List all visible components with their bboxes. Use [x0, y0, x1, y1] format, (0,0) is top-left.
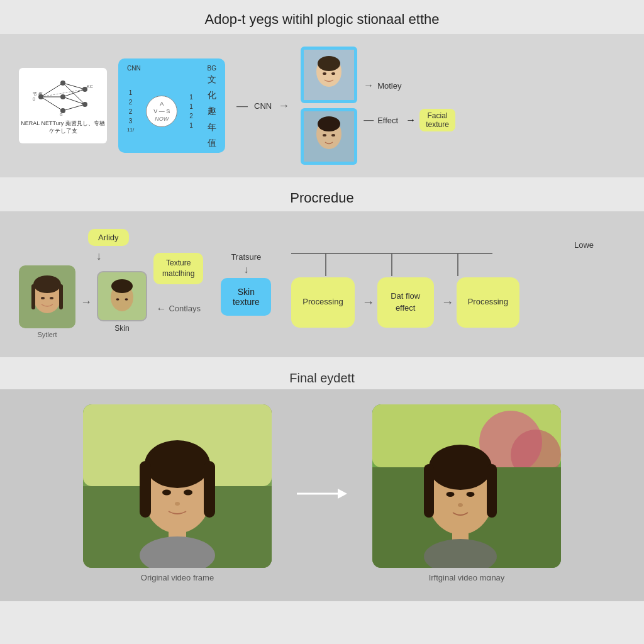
svg-text:KC: KC — [87, 84, 93, 89]
motion-label: Motley — [377, 81, 401, 91]
svg-line-5 — [63, 104, 85, 111]
skin-label: Skin — [114, 324, 129, 333]
result-image-col: Irftginal video mɑnay — [372, 404, 561, 582]
left-lower: Sytlert → — [19, 265, 147, 338]
svg-rect-73 — [447, 543, 474, 557]
contlays-arrow-left: ← — [156, 303, 166, 314]
skin-text2: texture — [233, 297, 260, 307]
final-arrow-svg — [297, 481, 347, 506]
face-box-1 — [301, 47, 357, 103]
connector-svg — [291, 252, 492, 277]
svg-line-2 — [41, 97, 63, 111]
svg-rect-51 — [204, 461, 215, 518]
svg-rect-50 — [140, 461, 151, 518]
svg-line-0 — [41, 83, 63, 97]
sytlert-label: Sytlert — [37, 331, 57, 338]
section1-title: Adop-t yegs witihl plogic stionaal etthe — [0, 0, 644, 34]
cnn-blue-box: CNN BG 122311/ A V — S NOW — [118, 58, 225, 153]
svg-point-70 — [458, 503, 463, 507]
face-labels-col: → Motley — Effect → Facial texture — [364, 80, 455, 131]
cnn-arrow-label: CNN — [254, 101, 272, 111]
tratsure-down-arrow: ↓ — [243, 264, 248, 275]
effect-label: Effect — [377, 116, 398, 125]
effect-label-row: — Effect → Facial texture — [364, 109, 455, 131]
section3-title: Final eydett — [0, 362, 644, 389]
neural-net-box: 节 模 0 KC G NERAL NETTury 薬習見し、专栖ケテし了支 — [19, 68, 107, 143]
cnn-arrow-section: — CNN → — [236, 99, 289, 113]
svg-point-23 — [331, 72, 335, 75]
faces-col — [301, 47, 357, 165]
skin-result-box: Skin — [97, 271, 147, 333]
right-side: → Motley — Effect → Facial texture — [301, 47, 455, 165]
arlidy-down-arrow: ↓ — [96, 250, 102, 263]
texture-matching-badge: Texture matclhing — [153, 253, 203, 284]
svg-point-69 — [467, 492, 475, 497]
main-container: Adop-t yegs witihl plogic stionaal etthe — [0, 0, 644, 601]
face-svg-1 — [304, 50, 354, 100]
to-skin-arrow: → — [80, 296, 92, 309]
result-label: Irftginal video mɑnay — [429, 573, 505, 582]
svg-point-39 — [116, 298, 119, 301]
face-portrait — [19, 265, 75, 328]
lowe-label: Lowe — [574, 240, 594, 250]
neural-net-label: NERAL NETTury 薬習見し、专栖ケテし了支 — [19, 120, 107, 135]
svg-line-7 — [63, 97, 85, 104]
portrait-svg — [19, 265, 75, 328]
original-image-box — [83, 404, 272, 568]
svg-point-52 — [162, 490, 171, 496]
svg-rect-67 — [487, 464, 497, 518]
original-image-svg — [83, 404, 272, 568]
section1-diagram-row: 节 模 0 KC G NERAL NETTury 薬習見し、专栖ケテし了支 CN… — [19, 47, 625, 165]
svg-point-49 — [145, 440, 210, 488]
svg-text:G: G — [60, 113, 63, 116]
right-processing-section: Lowe Processing → Dat flow ef — [291, 240, 625, 328]
svg-point-26 — [318, 116, 340, 131]
result-image-svg — [372, 404, 561, 568]
cnn-arrow-line2: → — [278, 99, 289, 113]
chinese-text: 文化趣年值 — [208, 72, 216, 151]
right-nums: 1121 — [189, 94, 193, 129]
effect-arrow: — — [364, 114, 374, 126]
motion-label-row: → Motley — [364, 80, 401, 91]
texture-matching-section: Texture matclhing ← Contlays — [153, 253, 203, 314]
svg-rect-32 — [31, 284, 35, 309]
svg-point-68 — [447, 492, 455, 497]
svg-point-11 — [60, 94, 65, 99]
divider1 — [0, 177, 644, 182]
left-nums: 122311/ — [127, 89, 134, 133]
svg-point-65 — [429, 445, 492, 490]
face-box-2 — [301, 108, 357, 165]
cnn-bg-label: BG — [208, 65, 216, 72]
facial-texture-badge: Facial texture — [419, 109, 455, 131]
tratsure-label: Tratsure — [231, 252, 261, 262]
avs-box: A V — S NOW — [146, 96, 177, 127]
arlidy-badge: Arlidy — [88, 229, 129, 246]
original-image-col: Original video frame — [83, 404, 272, 582]
section2-title: Procredue — [0, 182, 644, 211]
svg-point-27 — [323, 134, 326, 136]
section1-panel: 节 模 0 KC G NERAL NETTury 薬習見し、专栖ケテし了支 CN… — [0, 34, 644, 177]
svg-rect-66 — [424, 464, 434, 518]
cnn-arrow-line: — — [236, 99, 248, 113]
svg-text:节 模: 节 模 — [33, 92, 43, 96]
svg-text:0: 0 — [33, 97, 35, 101]
svg-line-4 — [63, 89, 85, 97]
svg-point-22 — [323, 72, 326, 75]
final-panel: Original video frame — [0, 389, 644, 601]
skin-face-box — [97, 271, 147, 321]
middle-section: Tratsure ↓ Skin texture — [221, 252, 271, 316]
procedure-diagram: Arlidy ↓ — [19, 229, 625, 338]
svg-point-31 — [33, 275, 61, 293]
face-svg-2 — [304, 111, 354, 162]
svg-point-40 — [125, 298, 128, 301]
effect-arrow2: → — [406, 114, 416, 126]
svg-rect-33 — [59, 284, 63, 309]
proc-arrow-1: → — [362, 295, 375, 309]
lowe-row: Lowe — [291, 240, 625, 250]
svg-point-34 — [41, 297, 45, 299]
result-image-box — [372, 404, 561, 568]
svg-point-38 — [111, 279, 133, 293]
svg-point-21 — [318, 56, 340, 71]
neural-net-svg: 节 模 0 KC G — [31, 77, 94, 118]
section2-panel: Arlidy ↓ — [0, 211, 644, 357]
